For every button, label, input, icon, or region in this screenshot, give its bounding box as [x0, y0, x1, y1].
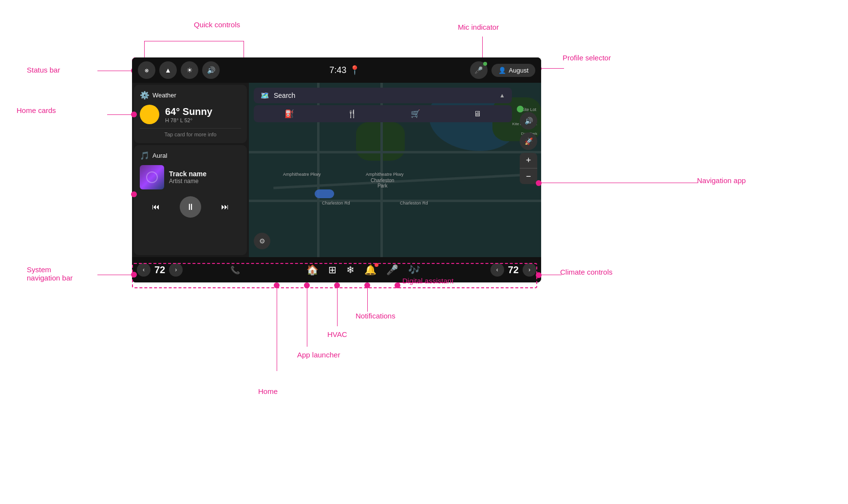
album-art — [140, 165, 164, 189]
annotation-home: Home — [258, 387, 278, 395]
music-app-icon: 🎵 — [140, 151, 150, 160]
gas-station-icon[interactable]: ⛽ — [284, 109, 294, 118]
road-label-amphitheatre-2: Amphitheatre Pkwy — [366, 172, 404, 177]
music-app-name: Aural — [152, 152, 167, 159]
annotation-hvac: HVAC — [327, 330, 347, 338]
map-green-marker-1 — [517, 106, 524, 112]
map-settings-button[interactable]: ⚙ — [254, 233, 270, 249]
zoom-in-button[interactable]: + — [520, 153, 537, 168]
hvac-dot — [334, 282, 340, 288]
restaurant-icon[interactable]: 🍴 — [347, 109, 357, 118]
home-vert-line — [277, 288, 277, 371]
weather-range: H 78° L 52° — [165, 117, 212, 123]
status-bar: ⎈ ▲ ☀ 🔊 7:43 📍 🎤 👤 August — [132, 57, 541, 83]
volume-icon[interactable]: 🔊 — [202, 61, 220, 79]
weather-title: Weather — [152, 92, 176, 99]
annotation-digital-assistant: Digital assistant — [402, 277, 453, 285]
zoom-out-button[interactable]: − — [520, 168, 537, 184]
nav-app-line — [537, 183, 698, 183]
digital-assistant-dot — [395, 282, 400, 288]
zoom-control: + − — [520, 153, 537, 184]
music-card[interactable]: 🎵 Aural Track name Artist name ⏮ ⏸ ⏭ — [134, 145, 247, 255]
annotation-notifications: Notifications — [356, 312, 396, 320]
annotation-home-cards: Home cards — [17, 106, 56, 114]
app-launcher-vert-line — [307, 288, 307, 347]
bluetooth-icon[interactable]: ⎈ — [138, 61, 155, 79]
home-dot — [274, 282, 280, 288]
track-name: Track name — [169, 170, 207, 178]
weather-card[interactable]: ⚙️ Weather 64° Sunny H 78° L 52° Tap car… — [134, 85, 247, 143]
clock-display: 7:43 — [329, 65, 346, 75]
notifications-dot — [364, 282, 370, 288]
track-text: Track name Artist name — [169, 170, 207, 185]
artist-name: Artist name — [169, 178, 207, 185]
road-label-charleston-2: Charleston Rd — [400, 201, 428, 205]
weather-info: 64° Sunny H 78° L 52° — [165, 106, 212, 123]
search-text: Search — [274, 92, 494, 99]
weather-icon: ⚙️ — [140, 91, 150, 100]
search-input-row[interactable]: 🗺️ Search ▲ — [254, 88, 512, 103]
diagram-container: ⎈ ▲ ☀ 🔊 7:43 📍 🎤 👤 August — [0, 0, 848, 504]
weather-card-footer: Tap card for more info — [140, 128, 241, 137]
road-charleston — [249, 200, 541, 202]
hvac-vert-line — [337, 288, 338, 326]
annotation-navigation-app: Navigation app — [697, 176, 746, 185]
road-label-amphitheatre-1: Amphitheatre Pkwy — [283, 172, 321, 177]
home-cards-dot — [131, 112, 137, 117]
music-card-header: 🎵 Aural — [140, 151, 241, 160]
weather-sun-icon — [140, 105, 159, 124]
track-info: Track name Artist name — [140, 165, 241, 189]
annotation-system-nav-bar: System navigation bar — [27, 265, 73, 282]
search-categories: ⛽ 🍴 🛒 🖥 — [254, 105, 512, 122]
search-chevron-icon: ▲ — [499, 92, 505, 99]
annotation-climate-controls: Climate controls — [560, 268, 613, 276]
next-track-button[interactable]: ⏭ — [216, 198, 234, 216]
parking-icon[interactable]: 🖥 — [473, 110, 481, 118]
mic-button[interactable]: 🎤 — [470, 61, 488, 79]
profile-name: August — [509, 67, 528, 74]
pause-button[interactable]: ⏸ — [180, 196, 201, 218]
search-bar[interactable]: 🗺️ Search ▲ ⛽ 🍴 🛒 🖥 — [254, 88, 512, 122]
map-area: Amphitheatre Pkwy Amphitheatre Pkwy Char… — [249, 83, 541, 257]
annotation-app-launcher: App launcher — [297, 351, 340, 359]
weather-card-header: ⚙️ Weather — [140, 91, 241, 100]
annotation-profile-selector: Profile selector — [563, 54, 611, 62]
map-label-kite-lot: Kite Lot — [521, 107, 536, 112]
road-label-charleston-1: Charleston Rd — [322, 201, 350, 205]
status-bar-center: 7:43 📍 — [329, 65, 360, 75]
status-bar-right: 🎤 👤 August — [470, 61, 535, 79]
status-bar-left: ⎈ ▲ ☀ 🔊 — [138, 61, 220, 79]
location-marker — [315, 189, 334, 198]
status-bar-line — [97, 71, 133, 71]
weather-temperature: 64° Sunny — [165, 106, 212, 117]
quick-controls-line-top — [144, 41, 244, 41]
road-h1 — [249, 151, 541, 153]
profile-selector-button[interactable]: 👤 August — [491, 64, 535, 77]
maps-icon: 🗺️ — [261, 92, 269, 99]
signal-icon[interactable]: ▲ — [159, 61, 177, 79]
mic-active-dot — [483, 62, 487, 66]
sys-nav-line — [97, 275, 133, 275]
annotation-quick-controls: Quick controls — [194, 20, 240, 29]
prev-track-button[interactable]: ⏮ — [147, 198, 165, 216]
car-screen: ⎈ ▲ ☀ 🔊 7:43 📍 🎤 👤 August — [132, 57, 541, 282]
volume-map-button[interactable]: 🔊 — [520, 112, 537, 130]
sys-nav-dot — [131, 272, 137, 278]
music-card-dot — [131, 191, 137, 197]
weather-main: 64° Sunny H 78° L 52° — [140, 105, 241, 124]
map-controls: 🔊 🚀 + − — [520, 112, 537, 184]
annotation-mic-indicator: Mic indicator — [458, 23, 499, 31]
left-panel: ⚙️ Weather 64° Sunny H 78° L 52° Tap car… — [132, 83, 249, 257]
map-label-charleston-park: CharlestonPark — [371, 178, 394, 188]
nav-app-dot — [536, 180, 542, 186]
location-icon: 📍 — [349, 65, 360, 75]
annotation-status-bar: Status bar — [27, 66, 60, 74]
brightness-icon[interactable]: ☀ — [181, 61, 198, 79]
shopping-icon[interactable]: 🛒 — [411, 109, 420, 118]
home-cards-line — [107, 114, 132, 115]
navigate-button[interactable]: 🚀 — [520, 132, 537, 150]
app-launcher-dot — [304, 282, 310, 288]
music-controls: ⏮ ⏸ ⏭ — [140, 196, 241, 218]
notifications-vert-line — [367, 288, 368, 312]
climate-dot — [536, 272, 542, 278]
